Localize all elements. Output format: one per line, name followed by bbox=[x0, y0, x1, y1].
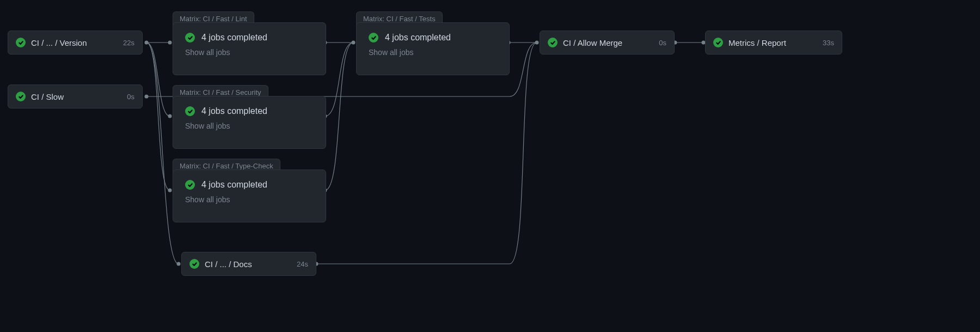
job-node-docs[interactable]: CI / ... / Docs 24s bbox=[181, 252, 316, 276]
svg-point-6 bbox=[168, 189, 172, 192]
show-all-jobs-link[interactable]: Show all jobs bbox=[185, 122, 314, 130]
success-check-icon bbox=[185, 106, 195, 116]
matrix-summary: 4 jobs completed bbox=[385, 33, 451, 43]
svg-point-0 bbox=[145, 41, 149, 45]
job-node-version[interactable]: CI / ... / Version 22s bbox=[8, 31, 143, 55]
job-label: CI / ... / Docs bbox=[205, 259, 252, 269]
svg-point-4 bbox=[168, 114, 172, 118]
job-node-metrics[interactable]: Metrics / Report 33s bbox=[705, 31, 842, 55]
job-duration: 33s bbox=[823, 39, 834, 47]
success-check-icon bbox=[16, 92, 26, 101]
workflow-graph: CI / ... / Version 22s CI / Slow 0s Matr… bbox=[0, 0, 980, 332]
success-check-icon bbox=[548, 38, 558, 47]
job-node-allow-merge[interactable]: CI / Allow Merge 0s bbox=[540, 31, 675, 55]
show-all-jobs-link[interactable]: Show all jobs bbox=[369, 48, 497, 57]
svg-point-10 bbox=[352, 41, 356, 45]
show-all-jobs-link[interactable]: Show all jobs bbox=[185, 195, 314, 204]
success-check-icon bbox=[713, 38, 723, 47]
success-check-icon bbox=[189, 259, 199, 269]
success-check-icon bbox=[185, 33, 195, 43]
job-label: Metrics / Report bbox=[728, 38, 786, 47]
job-label: CI / ... / Version bbox=[31, 38, 87, 47]
success-check-icon bbox=[16, 38, 26, 47]
success-check-icon bbox=[185, 180, 195, 190]
svg-point-1 bbox=[145, 95, 149, 99]
matrix-summary: 4 jobs completed bbox=[201, 33, 267, 43]
matrix-summary: 4 jobs completed bbox=[201, 106, 267, 116]
job-label: CI / Slow bbox=[31, 92, 64, 101]
job-duration: 0s bbox=[127, 93, 134, 101]
job-label: CI / Allow Merge bbox=[563, 38, 622, 47]
matrix-node-security[interactable]: Matrix: CI / Fast / Security 4 jobs comp… bbox=[173, 85, 326, 149]
matrix-node-lint[interactable]: Matrix: CI / Fast / Lint 4 jobs complete… bbox=[173, 11, 326, 75]
matrix-node-typecheck[interactable]: Matrix: CI / Fast / Type-Check 4 jobs co… bbox=[173, 159, 326, 222]
matrix-summary: 4 jobs completed bbox=[201, 180, 267, 190]
svg-point-8 bbox=[177, 262, 181, 266]
show-all-jobs-link[interactable]: Show all jobs bbox=[185, 48, 314, 57]
matrix-node-tests[interactable]: Matrix: CI / Fast / Tests 4 jobs complet… bbox=[356, 11, 510, 75]
job-duration: 22s bbox=[123, 39, 134, 47]
success-check-icon bbox=[369, 33, 378, 43]
job-duration: 24s bbox=[297, 260, 308, 268]
svg-point-2 bbox=[168, 41, 172, 45]
job-duration: 0s bbox=[659, 39, 666, 47]
job-node-slow[interactable]: CI / Slow 0s bbox=[8, 84, 143, 108]
svg-point-12 bbox=[535, 41, 539, 45]
